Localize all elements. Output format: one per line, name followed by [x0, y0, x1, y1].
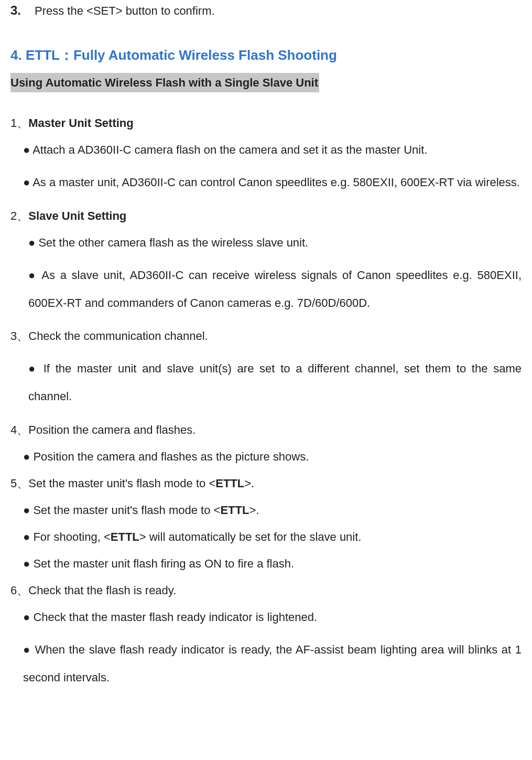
item-5-header: 5、Set the master unit's flash mode to <E… — [10, 475, 522, 492]
section-4-title: 4. ETTL：Fully Automatic Wireless Flash S… — [10, 45, 522, 66]
item-4-lead: 4、 — [10, 423, 28, 436]
item-1-bullets: ● Attach a AD360II-C camera flash on the… — [23, 141, 522, 197]
document-page: 3. Press the <SET> button to confirm. 4.… — [0, 1, 532, 713]
item-2-bullets: ● Set the other camera flash as the wire… — [28, 234, 522, 317]
item-4-title: Position the camera and flashes. — [28, 423, 196, 436]
item-5-bullets: ● Set the master unit's flash mode to <E… — [23, 501, 522, 572]
bullet-post: >. — [249, 504, 259, 517]
item-3-header: 3、Check the communication channel. — [10, 327, 522, 345]
step-3-row: 3. Press the <SET> button to confirm. — [10, 1, 522, 20]
item-5-title-post: >. — [244, 477, 254, 490]
item-1-lead: 1、 — [10, 116, 28, 130]
bullet: ● Set the master unit's flash mode to <E… — [23, 501, 522, 519]
item-1-header: 1、Master Unit Setting — [10, 114, 522, 132]
bullet: ● Set the other camera flash as the wire… — [28, 234, 522, 251]
bullet-bold: ETTL — [220, 504, 249, 517]
item-3-title: Check the communication channel. — [28, 329, 208, 342]
bullet-pre: ● Set the master unit's flash mode to < — [23, 504, 220, 517]
section-4-subtitle: Using Automatic Wireless Flash with a Si… — [10, 73, 319, 92]
item-2-title: Slave Unit Setting — [28, 209, 126, 222]
item-4-bullets: ● Position the camera and flashes as the… — [23, 448, 522, 465]
bullet: ● Check that the master flash ready indi… — [23, 608, 522, 626]
item-6-header: 6、Check that the flash is ready. — [10, 582, 522, 599]
item-4-header: 4、Position the camera and flashes. — [10, 421, 522, 438]
bullet: ● As a slave unit, AD360II-C can receive… — [28, 262, 522, 317]
bullet: ● Set the master unit flash firing as ON… — [23, 555, 522, 572]
bullet-post: > will automatically be set for the slav… — [139, 530, 362, 543]
step-number: 3. — [10, 1, 35, 20]
item-5-title-bold: ETTL — [215, 477, 244, 490]
item-6-title: Check that the flash is ready. — [28, 584, 176, 597]
bullet: ● As a master unit, AD360II-C can contro… — [23, 169, 522, 197]
step-text: Press the <SET> button to confirm. — [35, 2, 215, 19]
bullet-bold: ETTL — [111, 530, 139, 543]
item-5-lead: 5、 — [10, 477, 28, 490]
bullet: ● For shooting, <ETTL> will automaticall… — [23, 528, 522, 545]
item-2-lead: 2、 — [10, 209, 28, 222]
item-5-title-pre: Set the master unit's flash mode to < — [28, 477, 215, 490]
bullet-pre: ● For shooting, < — [23, 530, 111, 543]
item-2-header: 2、Slave Unit Setting — [10, 207, 522, 224]
item-6-lead: 6、 — [10, 584, 28, 597]
item-6-bullets: ● Check that the master flash ready indi… — [23, 608, 522, 692]
bullet: ● If the master unit and slave unit(s) a… — [28, 355, 522, 411]
bullet: ● When the slave flash ready indicator i… — [23, 636, 522, 692]
bullet: ● Position the camera and flashes as the… — [23, 448, 522, 465]
item-1-title: Master Unit Setting — [28, 116, 133, 130]
item-3-lead: 3、 — [10, 329, 28, 342]
item-3-bullets: ● If the master unit and slave unit(s) a… — [28, 355, 522, 411]
bullet: ● Attach a AD360II-C camera flash on the… — [23, 141, 522, 158]
